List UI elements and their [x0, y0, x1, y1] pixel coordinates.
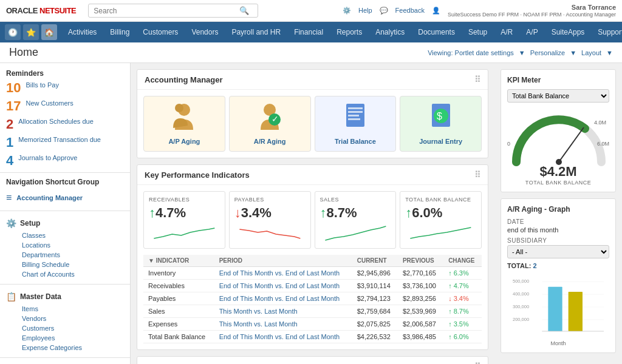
nav-analytics[interactable]: Analytics	[369, 24, 411, 40]
nav-billing[interactable]: Billing	[104, 24, 135, 40]
layout-link[interactable]: Layout	[581, 49, 601, 56]
nav-customers[interactable]: Customers	[137, 24, 184, 40]
nav-suiteapps[interactable]: SuiteApps	[545, 24, 591, 40]
reminder-customers: 17 New Customers	[6, 99, 124, 113]
setup-departments[interactable]: Departments	[16, 250, 130, 260]
ar-subsidiary-select[interactable]: - All -	[507, 245, 609, 258]
cell-current: $4,226,532	[352, 331, 398, 343]
cell-period: This Month vs. Last Month	[214, 318, 352, 331]
trial-balance-card[interactable]: Trial Balance	[315, 96, 397, 152]
setup-locations[interactable]: Locations	[16, 240, 130, 250]
nav-ar[interactable]: A/R	[494, 24, 519, 40]
setup-gear-icon: ⚙️	[6, 218, 16, 228]
setup-classes[interactable]: Classes	[16, 231, 130, 240]
setup-chart[interactable]: Chart of Accounts	[16, 269, 130, 279]
allocation-label[interactable]: Allocation Schedules due	[18, 118, 94, 125]
settings-icon[interactable]: ⚙️	[343, 7, 351, 15]
accounting-manager-widget: Accounting Manager ⠿ A/P Aging	[137, 69, 488, 158]
cell-previous: $2,770,165	[398, 267, 443, 280]
svg-rect-25	[569, 292, 583, 331]
master-data-label: Master Data	[20, 292, 61, 301]
nav-vendors[interactable]: Vendors	[185, 24, 224, 40]
feedback-icon[interactable]: 💬	[380, 7, 388, 15]
master-items[interactable]: Items	[16, 304, 130, 314]
nav-ap[interactable]: A/P	[520, 24, 544, 40]
kpi-title: Key Performance Indicators	[145, 170, 250, 180]
svg-text:300,000: 300,000	[513, 304, 529, 309]
journal-entry-label: Journal Entry	[419, 138, 462, 145]
chevron-layout: ▼	[606, 49, 613, 56]
th-indicator[interactable]: ▼ INDICATOR	[143, 255, 214, 267]
kpi-bank-sparkline	[405, 223, 476, 241]
master-data-header: 📋 Master Data	[0, 289, 130, 304]
kpi-payables-label: PAYABLES	[234, 197, 306, 203]
kpi-bank-value: ↑6.0%	[405, 205, 476, 221]
help-link[interactable]: Help	[358, 7, 372, 14]
setup-billing[interactable]: Billing Schedule	[16, 260, 130, 269]
nav-activities[interactable]: Activities	[62, 24, 103, 40]
svg-rect-6	[348, 107, 363, 109]
nav-home-btn[interactable]: 🏠	[41, 24, 57, 40]
ar-subsidiary-label: SUBSIDIARY	[507, 237, 609, 244]
reminder-bills: 10 Bills to Pay	[6, 81, 124, 95]
journals-label[interactable]: Journals to Approve	[18, 154, 77, 161]
master-employees[interactable]: Employees	[16, 333, 130, 343]
ap-aging-label: A/P Aging	[168, 138, 200, 145]
th-previous[interactable]: PREVIOUS	[398, 255, 443, 267]
search-icon: 🔍	[239, 6, 249, 15]
month-label: Month	[507, 340, 609, 346]
gauge-4m: 4.0M	[594, 120, 606, 126]
kpi-bank-label: TOTAL BANK BALANCE	[405, 197, 476, 203]
ar-total: TOTAL: 2	[507, 262, 609, 269]
journal-entry-card[interactable]: $ Journal Entry	[400, 96, 482, 152]
search-box: 🔍	[88, 4, 258, 18]
weekly-cash-header: Weekly Cash Projection ⠿	[137, 357, 488, 364]
kpi-meter-select[interactable]: Total Bank Balance	[507, 89, 609, 103]
memorized-label[interactable]: Memorized Transaction due	[18, 136, 101, 143]
ar-aging-label: A/R Aging	[254, 138, 286, 145]
th-change[interactable]: CHANGE	[443, 255, 482, 267]
nav-support[interactable]: Support	[592, 24, 622, 40]
viewing-link[interactable]: Viewing: Portlet date settings	[428, 49, 514, 56]
master-vendors[interactable]: Vendors	[16, 314, 130, 323]
nav-setup[interactable]: Setup	[462, 24, 493, 40]
nav-financial[interactable]: Financial	[288, 24, 329, 40]
th-current[interactable]: CURRENT	[352, 255, 398, 267]
weekly-drag-handle[interactable]: ⠿	[474, 362, 480, 364]
table-row: Total Bank Balance End of This Month vs.…	[143, 331, 482, 343]
svg-line-13	[559, 127, 584, 162]
accounting-manager-row[interactable]: ≡ Accounting Manager	[0, 190, 130, 206]
table-row: Receivables End of This Month vs. End of…	[143, 280, 482, 292]
nav-payroll[interactable]: Payroll and HR	[225, 24, 287, 40]
ap-aging-card[interactable]: A/P Aging	[143, 96, 225, 152]
bills-label[interactable]: Bills to Pay	[26, 81, 58, 89]
nav-reports[interactable]: Reports	[330, 24, 368, 40]
svg-rect-24	[548, 287, 562, 331]
personalize-link[interactable]: Personalize	[530, 49, 565, 56]
master-expenses[interactable]: Expense Categories	[16, 343, 130, 352]
ar-aging-title: A/R Aging - Graph	[507, 205, 609, 214]
nav-documents[interactable]: Documents	[412, 24, 461, 40]
nav-history-btn[interactable]: 🕐	[5, 24, 21, 40]
ar-aging-card[interactable]: ✓ A/R Aging	[229, 96, 311, 152]
feedback-link[interactable]: Feedback	[395, 7, 425, 14]
cell-indicator: Payables	[143, 292, 214, 305]
top-right-bar: ⚙️ Help 💬 Feedback 👤 Sara Torrance Suite…	[343, 3, 616, 19]
th-period[interactable]: PERIOD	[214, 255, 352, 267]
kpi-sales-label: SALES	[320, 197, 391, 203]
cell-change: ↑ 6.0%	[443, 331, 482, 343]
drag-handle[interactable]: ⠿	[474, 75, 480, 84]
page-header: Home Viewing: Portlet date settings ▼ Pe…	[0, 42, 622, 63]
kpi-drag-handle[interactable]: ⠿	[474, 170, 480, 180]
kpi-sales-sparkline	[320, 223, 391, 241]
ar-total-value[interactable]: 2	[533, 262, 536, 269]
master-customers[interactable]: Customers	[16, 323, 130, 333]
nav-favorites-btn[interactable]: ⭐	[23, 24, 39, 40]
customers-label[interactable]: New Customers	[26, 99, 73, 107]
logo-netsuite: NETSUITE	[38, 6, 76, 15]
cell-previous: $3,736,100	[398, 280, 443, 292]
kpi-meter-widget: KPI Meter Total Bank Balance 0 4.0M 6.0M	[501, 69, 616, 192]
user-subtitle: SuiteSuccess Demo FF PRM · NOAM FF PRM ·…	[448, 12, 616, 19]
search-input[interactable]	[94, 7, 239, 15]
kpi-cards: RECEIVABLES ↑4.7% PAYABLES ↓3.4%	[137, 185, 488, 255]
